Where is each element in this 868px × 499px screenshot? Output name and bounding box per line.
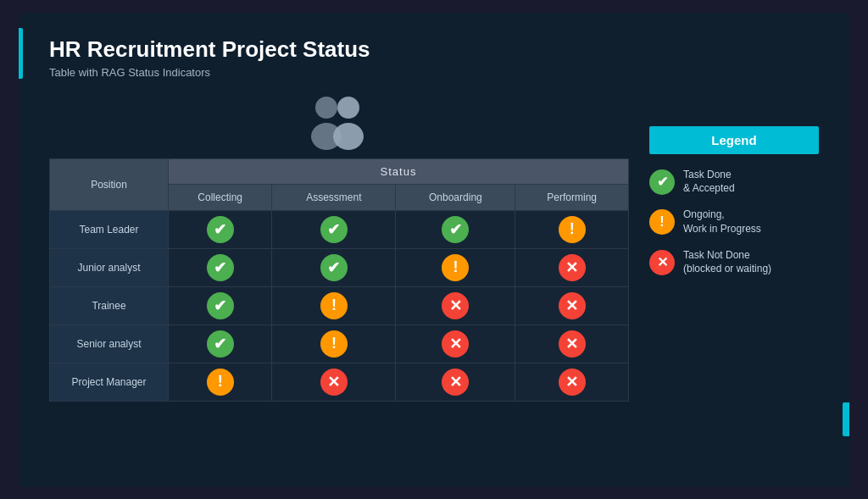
status-icon-red: ✕ (559, 292, 586, 319)
position-cell: Senior analyst (50, 324, 169, 363)
status-icon-orange: ! (559, 216, 586, 243)
legend-item: !Ongoing,Work in Progress (649, 208, 819, 236)
collecting-cell: ✔ (169, 210, 272, 248)
table-wrapper: Position Status Collecting Assessment On… (49, 158, 629, 402)
status-icon-green: ✔ (207, 254, 234, 281)
legend-title: Legend (649, 126, 819, 154)
assessment-cell: ! (272, 324, 396, 363)
col-onboarding-header: Onboarding (396, 184, 515, 210)
legend-icon-orange: ! (649, 209, 675, 235)
collecting-cell: ✔ (169, 286, 272, 324)
status-table: Position Status Collecting Assessment On… (49, 158, 629, 402)
legend-icon-red: ✕ (649, 250, 675, 275)
status-icon-orange: ! (207, 369, 234, 396)
status-icon-orange: ! (320, 330, 348, 358)
onboarding-cell: ! (396, 248, 515, 286)
table-row: Junior analyst ✔ ✔ ! ✕ (50, 248, 629, 286)
status-icon-green: ✔ (207, 330, 234, 358)
table-row: Trainee ✔ ! ✕ ✕ (50, 286, 629, 324)
status-icon-red: ✕ (320, 369, 348, 396)
content-area: Position Status Collecting Assessment On… (49, 92, 819, 463)
collecting-cell: ✔ (169, 248, 272, 286)
svg-point-2 (337, 97, 359, 119)
performing-cell: ✕ (515, 286, 629, 324)
status-icon-red: ✕ (559, 330, 586, 358)
performing-cell: ✕ (515, 363, 629, 401)
status-icon-red: ✕ (559, 369, 586, 396)
status-icon-red: ✕ (559, 254, 586, 281)
status-icon-green: ✔ (207, 292, 234, 319)
legend-items: ✔Task Done& Accepted!Ongoing,Work in Pro… (649, 168, 819, 289)
status-header: Status (169, 158, 629, 184)
performing-cell: ! (515, 210, 629, 248)
collecting-cell: ✔ (169, 324, 272, 363)
assessment-cell: ✔ (272, 210, 396, 248)
status-icon-green: ✔ (207, 216, 234, 243)
onboarding-cell: ✕ (396, 324, 515, 363)
table-row: Senior analyst ✔ ! ✕ ✕ (50, 324, 629, 363)
collecting-cell: ! (169, 363, 272, 401)
legend-label: Ongoing,Work in Progress (683, 208, 761, 236)
page-title: HR Recruitment Project Status (49, 36, 819, 63)
legend-label: Task Not Done(blocked or waiting) (683, 248, 771, 277)
col-position-header: Position (50, 158, 169, 210)
slide: HR Recruitment Project Status Table with… (19, 13, 849, 487)
performing-cell: ✕ (515, 248, 629, 286)
position-cell: Project Manager (50, 363, 169, 401)
legend-item: ✔Task Done& Accepted (649, 168, 819, 197)
onboarding-cell: ✕ (396, 286, 515, 324)
table-section: Position Status Collecting Assessment On… (49, 92, 629, 402)
assessment-cell: ✔ (272, 248, 396, 286)
table-row: Project Manager ! ✕ ✕ ✕ (50, 363, 629, 401)
position-cell: Junior analyst (50, 248, 169, 286)
assessment-cell: ✕ (272, 363, 396, 401)
onboarding-cell: ✔ (396, 210, 515, 248)
performing-cell: ✕ (515, 324, 629, 363)
col-collecting-header: Collecting (169, 184, 272, 210)
table-row: Team Leader ✔ ✔ ✔ ! (50, 210, 629, 248)
position-cell: Team Leader (50, 210, 169, 248)
teal-bottom-bar (843, 402, 849, 436)
legend-icon-green: ✔ (649, 169, 675, 195)
col-assessment-header: Assessment (272, 184, 396, 210)
status-icon-red: ✕ (442, 369, 469, 396)
position-cell: Trainee (50, 286, 169, 324)
svg-point-3 (333, 123, 364, 150)
legend-section: Legend ✔Task Done& Accepted!Ongoing,Work… (649, 126, 819, 289)
status-icon-orange: ! (442, 254, 469, 281)
status-icon-green: ✔ (320, 216, 348, 243)
accent-bar (19, 28, 23, 79)
legend-label: Task Done& Accepted (683, 168, 735, 197)
people-icon (288, 92, 390, 152)
col-performing-header: Performing (515, 184, 629, 210)
status-icon-orange: ! (320, 292, 348, 319)
legend-item: ✕Task Not Done(blocked or waiting) (649, 248, 819, 277)
page-subtitle: Table with RAG Status Indicators (49, 66, 819, 79)
status-icon-green: ✔ (320, 254, 348, 281)
status-icon-red: ✕ (442, 292, 469, 319)
assessment-cell: ! (272, 286, 396, 324)
svg-point-0 (315, 97, 337, 119)
onboarding-cell: ✕ (396, 363, 515, 401)
status-icon-red: ✕ (442, 330, 469, 358)
status-icon-green: ✔ (442, 216, 469, 243)
